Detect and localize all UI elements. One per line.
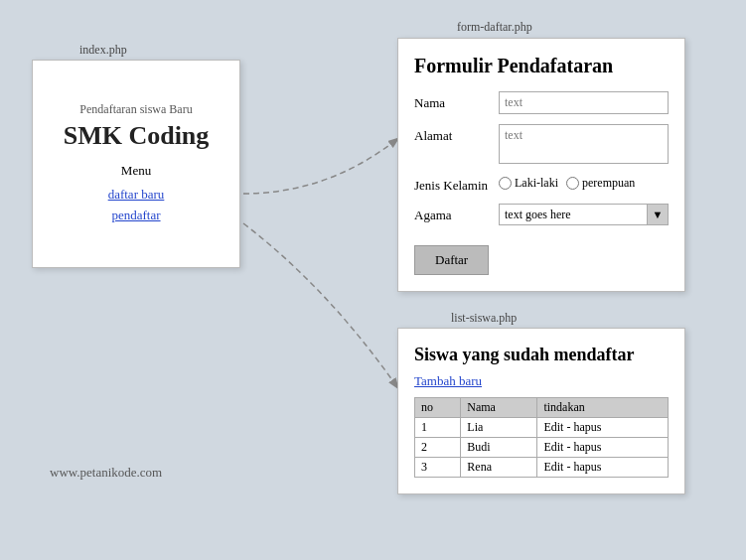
col-no: no bbox=[415, 398, 461, 418]
form-title: Formulir Pendafataran bbox=[414, 55, 669, 77]
table-row: 2BudiEdit - hapus bbox=[415, 438, 669, 458]
jenis-row: Jenis Kelamin Laki-laki perempuan bbox=[414, 174, 669, 194]
alamat-label: Alamat bbox=[414, 124, 499, 144]
siswa-table: no Nama tindakan 1LiaEdit - hapus2BudiEd… bbox=[414, 397, 669, 478]
radio-perempuan[interactable] bbox=[566, 177, 579, 190]
watermark: www.petanikode.com bbox=[50, 465, 162, 481]
jenis-radio-group: Laki-laki perempuan bbox=[499, 174, 635, 191]
cell-no: 2 bbox=[415, 438, 461, 458]
agama-label: Agama bbox=[414, 204, 499, 223]
cell-no: 3 bbox=[415, 458, 461, 478]
form-card: Formulir Pendafataran Nama Alamat Jenis … bbox=[397, 38, 685, 292]
index-title: SMK Coding bbox=[64, 121, 210, 151]
agama-select[interactable]: text goes here Islam Kristen Lainnya bbox=[499, 204, 669, 225]
radio-perempuan-text: perempuan bbox=[582, 176, 635, 191]
table-header-row: no Nama tindakan bbox=[415, 398, 669, 418]
jenis-label: Jenis Kelamin bbox=[414, 174, 499, 194]
cell-no: 1 bbox=[415, 418, 461, 438]
menu-label: Menu bbox=[121, 163, 151, 179]
cell-nama: Lia bbox=[461, 418, 537, 438]
agama-row: Agama text goes here Islam Kristen Lainn… bbox=[414, 204, 669, 225]
radio-laki-text: Laki-laki bbox=[515, 176, 558, 191]
pendaftar-link[interactable]: pendaftar bbox=[111, 206, 160, 226]
agama-select-wrapper: text goes here Islam Kristen Lainnya ▼ bbox=[499, 204, 669, 225]
table-row: 1LiaEdit - hapus bbox=[415, 418, 669, 438]
form-file-label: form-daftar.php bbox=[457, 20, 532, 35]
radio-perempuan-label[interactable]: perempuan bbox=[566, 176, 635, 191]
index-subtitle: Pendaftaran siswa Baru bbox=[79, 102, 192, 117]
list-file-label: list-siswa.php bbox=[451, 311, 517, 326]
cell-nama: Rena bbox=[461, 458, 537, 478]
radio-laki-label[interactable]: Laki-laki bbox=[499, 176, 558, 191]
col-nama: Nama bbox=[461, 398, 537, 418]
siswa-table-body: 1LiaEdit - hapus2BudiEdit - hapus3RenaEd… bbox=[415, 418, 669, 478]
daftar-baru-link[interactable]: daftar baru bbox=[108, 185, 165, 206]
radio-laki[interactable] bbox=[499, 177, 512, 190]
list-card: Siswa yang sudah mendaftar Tambah baru n… bbox=[397, 328, 685, 494]
alamat-input[interactable] bbox=[499, 124, 669, 164]
alamat-row: Alamat bbox=[414, 124, 669, 164]
nama-row: Nama bbox=[414, 91, 669, 114]
cell-nama: Budi bbox=[461, 438, 537, 458]
tambah-baru-link[interactable]: Tambah baru bbox=[414, 373, 482, 389]
nama-label: Nama bbox=[414, 91, 499, 111]
table-row: 3RenaEdit - hapus bbox=[415, 458, 669, 478]
index-file-label: index.php bbox=[79, 43, 127, 58]
list-title: Siswa yang sudah mendaftar bbox=[414, 345, 669, 365]
nama-input[interactable] bbox=[499, 91, 669, 114]
col-tindakan: tindakan bbox=[537, 398, 669, 418]
index-card: Pendaftaran siswa Baru SMK Coding Menu d… bbox=[32, 60, 240, 268]
cell-tindakan[interactable]: Edit - hapus bbox=[537, 458, 669, 478]
siswa-table-head: no Nama tindakan bbox=[415, 398, 669, 418]
cell-tindakan[interactable]: Edit - hapus bbox=[537, 418, 669, 438]
daftar-button[interactable]: Daftar bbox=[414, 245, 489, 275]
cell-tindakan[interactable]: Edit - hapus bbox=[537, 438, 669, 458]
